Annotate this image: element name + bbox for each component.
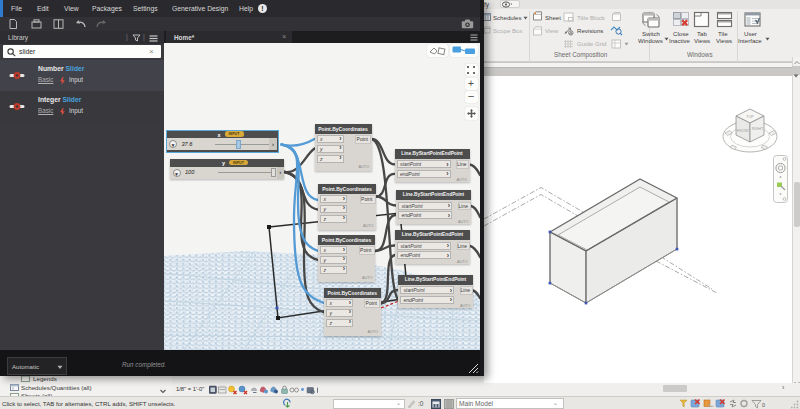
- svg-text:0: 0: [762, 402, 765, 408]
- svg-text:RIGHT: RIGHT: [752, 127, 764, 131]
- svg-text:TOP: TOP: [746, 115, 754, 119]
- svg-text:FRONT: FRONT: [737, 129, 750, 133]
